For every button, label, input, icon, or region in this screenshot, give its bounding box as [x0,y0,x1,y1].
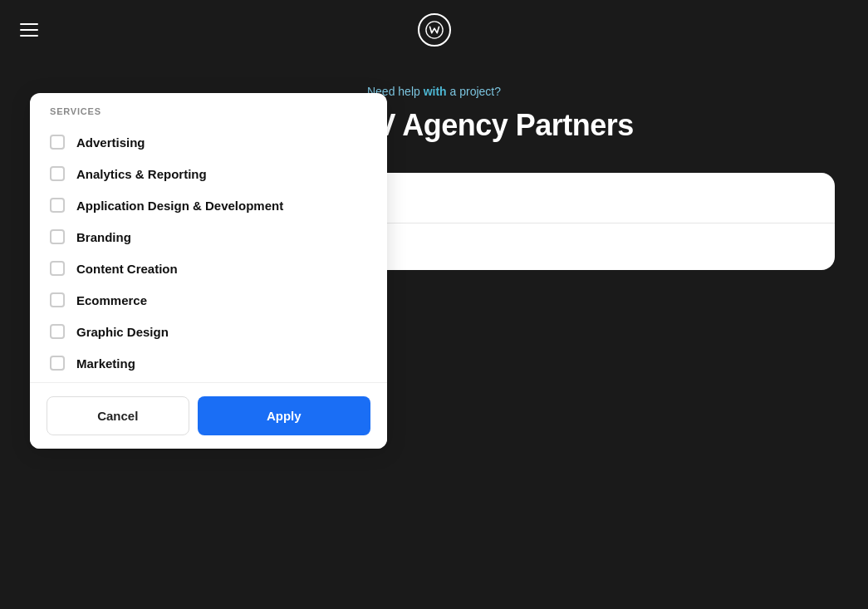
apply-button[interactable]: Apply [198,396,370,435]
list-item[interactable]: Content Creation [30,253,387,284]
dropdown-footer: Cancel Apply [30,382,387,449]
services-section-label: SERVICES [30,93,387,123]
service-checkbox[interactable] [50,135,65,150]
services-dropdown: SERVICES AdvertisingAnalytics & Reportin… [30,93,387,449]
list-item[interactable]: Marketing [30,347,387,379]
top-nav [0,0,868,60]
service-item-label: Application Design & Development [76,199,283,213]
service-checkbox[interactable] [50,229,65,244]
hamburger-menu[interactable] [20,23,38,37]
service-item-label: Branding [76,230,131,244]
service-item-label: Advertising [76,135,145,150]
service-item-label: Graphic Design [76,325,169,339]
logo [418,13,451,47]
list-item[interactable]: Ecommerce [30,284,387,316]
cancel-button[interactable]: Cancel [47,396,189,435]
list-item[interactable]: Graphic Design [30,316,387,347]
service-item-label: Ecommerce [76,293,147,307]
list-item[interactable]: Application Design & Development [30,189,387,221]
service-checkbox[interactable] [50,356,65,371]
service-checkbox[interactable] [50,198,65,213]
service-checkbox[interactable] [50,324,65,339]
service-item-label: Marketing [76,356,135,371]
service-item-label: Analytics & Reporting [76,167,207,181]
service-checkbox[interactable] [50,166,65,181]
services-list[interactable]: AdvertisingAnalytics & ReportingApplicat… [30,123,387,382]
service-checkbox[interactable] [50,292,65,307]
list-item[interactable]: Branding [30,221,387,253]
service-checkbox[interactable] [50,261,65,276]
service-item-label: Content Creation [76,262,178,276]
list-item[interactable]: Advertising [30,126,387,158]
svg-point-0 [425,22,442,38]
list-item[interactable]: Analytics & Reporting [30,158,387,189]
